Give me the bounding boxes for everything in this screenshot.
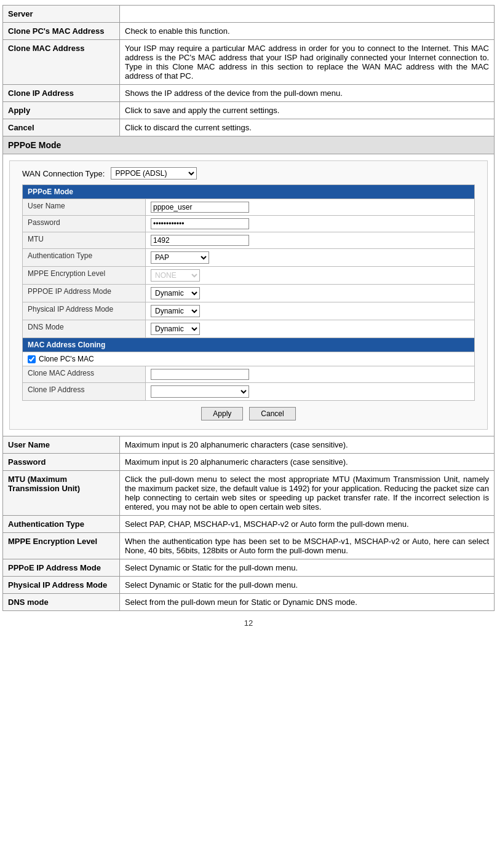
inner-label-mtu: MTU: [23, 232, 146, 249]
table-row: DNS mode Select from the pull-down meun …: [3, 594, 495, 611]
clone-pcs-mac-checkbox[interactable]: [28, 355, 36, 363]
label-clone-mac: Clone MAC Address: [3, 40, 120, 85]
inner-row-clone-mac-addr: Clone MAC Address: [23, 366, 475, 383]
label-password-desc: Password: [3, 454, 120, 471]
physical-ip-mode-select[interactable]: Dynamic Static: [151, 305, 200, 317]
clone-pcs-mac-check-cell[interactable]: Clone PC's MAC: [23, 352, 475, 366]
table-row: PPPoE IP Address Mode Select Dynamic or …: [3, 559, 495, 577]
desc-auth-type-desc: Select PAP, CHAP, MSCHAP-v1, MSCHAP-v2 o…: [120, 516, 495, 533]
desc-server: [120, 6, 495, 23]
inner-label-password: Password: [23, 216, 146, 232]
inner-value-dns-mode[interactable]: Dynamic Static: [146, 320, 475, 338]
inner-row-clone-ip-addr: Clone IP Address: [23, 383, 475, 401]
inner-value-clone-mac-addr[interactable]: [146, 366, 475, 383]
page-number: 12: [2, 618, 495, 628]
desc-pppoe-ip-mode-desc: Select Dynamic or Static for the pull-do…: [120, 559, 495, 577]
dns-mode-select[interactable]: Dynamic Static: [151, 323, 200, 335]
desc-clone-ip: Shows the IP address of the device from …: [120, 85, 495, 102]
inner-value-physical-ip-mode[interactable]: Dynamic Static: [146, 302, 475, 320]
label-cancel: Cancel: [3, 119, 120, 136]
inner-row-mtu: MTU: [23, 232, 475, 249]
inner-label-mppe: MPPE Encryption Level: [23, 267, 146, 285]
clone-ip-select[interactable]: [151, 385, 249, 398]
desc-password-desc: Maximum input is 20 alphanumeric charact…: [120, 454, 495, 471]
main-table: Server Clone PC's MAC Address Check to e…: [2, 5, 495, 611]
label-clone-ip: Clone IP Address: [3, 85, 120, 102]
table-row: Server: [3, 6, 495, 23]
inner-label-dns-mode: DNS Mode: [23, 320, 146, 338]
table-row: Clone PC's MAC Address Check to enable t…: [3, 23, 495, 40]
wan-type-select[interactable]: PPPOE (ADSL): [111, 167, 197, 180]
table-row: MPPE Encryption Level When the authentic…: [3, 533, 495, 559]
desc-apply: Click to save and apply the current sett…: [120, 102, 495, 119]
table-row: Clone MAC Address Your ISP may require a…: [3, 40, 495, 85]
pppoe-ip-mode-select[interactable]: Dynamic Static: [151, 287, 200, 299]
inner-value-pppoe-ip-mode[interactable]: Dynamic Static: [146, 285, 475, 302]
label-physical-ip-mode-desc: Physical IP Address Mode: [3, 577, 120, 594]
cancel-button[interactable]: Cancel: [249, 407, 295, 420]
clone-pcs-mac-checkbox-row: Clone PC's MAC: [28, 355, 469, 363]
inner-label-physical-ip-mode: Physical IP Address Mode: [23, 302, 146, 320]
table-row: Cancel Click to discard the current sett…: [3, 119, 495, 136]
inner-value-clone-ip-addr[interactable]: [146, 383, 475, 401]
apply-cancel-row: Apply Cancel: [22, 407, 475, 420]
table-row: Physical IP Address Mode Select Dynamic …: [3, 577, 495, 594]
desc-cancel: Click to discard the current settings.: [120, 119, 495, 136]
section-header-row: PPPoE Mode: [3, 136, 495, 154]
table-row: MTU (Maximum Transmission Unit) Click th…: [3, 471, 495, 516]
label-auth-type-desc: Authentication Type: [3, 516, 120, 533]
inner-row-pppoe-ip-mode: PPPOE IP Address Mode Dynamic Static: [23, 285, 475, 302]
label-apply: Apply: [3, 102, 120, 119]
pppoe-section-header: PPPoE Mode: [3, 136, 495, 154]
inner-value-password[interactable]: [146, 216, 475, 232]
pppoe-mode-bar: PPPoE Mode: [23, 185, 475, 199]
pppoe-ui-row: WAN Connection Type: PPPOE (ADSL) PPPoE …: [3, 154, 495, 436]
table-row: User Name Maximum input is 20 alphanumer…: [3, 436, 495, 454]
inner-label-username: User Name: [23, 199, 146, 216]
inner-row-physical-ip-mode: Physical IP Address Mode Dynamic Static: [23, 302, 475, 320]
password-input[interactable]: [151, 218, 249, 229]
label-dns-mode-desc: DNS mode: [3, 594, 120, 611]
inner-value-mtu[interactable]: [146, 232, 475, 249]
inner-value-auth-type[interactable]: PAP CHAP MSCHAP-v1 MSCHAP-v2 Auto: [146, 249, 475, 267]
mppe-select[interactable]: NONE 40bits 56bits 128bits Auto: [151, 269, 200, 282]
inner-value-username[interactable]: [146, 199, 475, 216]
pppoe-ui-cell: WAN Connection Type: PPPOE (ADSL) PPPoE …: [3, 154, 495, 436]
desc-clone-mac: Your ISP may require a particular MAC ad…: [120, 40, 495, 85]
clone-mac-addr-input[interactable]: [151, 369, 249, 380]
inner-row-username: User Name: [23, 199, 475, 216]
label-pppoe-ip-mode-desc: PPPoE IP Address Mode: [3, 559, 120, 577]
table-row: Clone IP Address Shows the IP address of…: [3, 85, 495, 102]
desc-mtu-desc: Click the pull-down menu to select the m…: [120, 471, 495, 516]
wan-type-label: WAN Connection Type:: [22, 169, 105, 178]
auth-type-select[interactable]: PAP CHAP MSCHAP-v1 MSCHAP-v2 Auto: [151, 251, 209, 264]
label-server: Server: [3, 6, 120, 23]
inner-label-pppoe-ip-mode: PPPOE IP Address Mode: [23, 285, 146, 302]
inner-label-clone-ip-addr: Clone IP Address: [23, 383, 146, 401]
inner-row-password: Password: [23, 216, 475, 232]
inner-row-auth-type: Authentication Type PAP CHAP MSCHAP-v1 M…: [23, 249, 475, 267]
label-mppe-desc: MPPE Encryption Level: [3, 533, 120, 559]
apply-button[interactable]: Apply: [201, 407, 243, 420]
label-clone-pcs-mac: Clone PC's MAC Address: [3, 23, 120, 40]
inner-row-dns-mode: DNS Mode Dynamic Static: [23, 320, 475, 338]
inner-label-clone-mac-addr: Clone MAC Address: [23, 366, 146, 383]
pppoe-mode-bar-row: PPPoE Mode: [23, 185, 475, 199]
wan-type-row: WAN Connection Type: PPPOE (ADSL): [22, 167, 475, 180]
desc-dns-mode-desc: Select from the pull-down meun for Stati…: [120, 594, 495, 611]
inner-label-auth-type: Authentication Type: [23, 249, 146, 267]
label-username-desc: User Name: [3, 436, 120, 454]
mac-cloning-bar: MAC Address Cloning: [23, 338, 475, 352]
clone-pcs-mac-label: Clone PC's MAC: [39, 355, 94, 363]
mtu-input[interactable]: [151, 235, 249, 246]
inner-value-mppe[interactable]: NONE 40bits 56bits 128bits Auto: [146, 267, 475, 285]
table-row: Apply Click to save and apply the curren…: [3, 102, 495, 119]
desc-mppe-desc: When the authentication type has been se…: [120, 533, 495, 559]
desc-physical-ip-mode-desc: Select Dynamic or Static for the pull-do…: [120, 577, 495, 594]
username-input[interactable]: [151, 202, 249, 213]
page-wrapper: Server Clone PC's MAC Address Check to e…: [0, 0, 497, 633]
inner-pppoe-table: PPPoE Mode User Name: [22, 184, 475, 401]
desc-clone-pcs-mac: Check to enable this function.: [120, 23, 495, 40]
inner-row-clone-pcs-mac-check: Clone PC's MAC: [23, 352, 475, 366]
inner-row-mppe: MPPE Encryption Level NONE 40bits 56bits…: [23, 267, 475, 285]
